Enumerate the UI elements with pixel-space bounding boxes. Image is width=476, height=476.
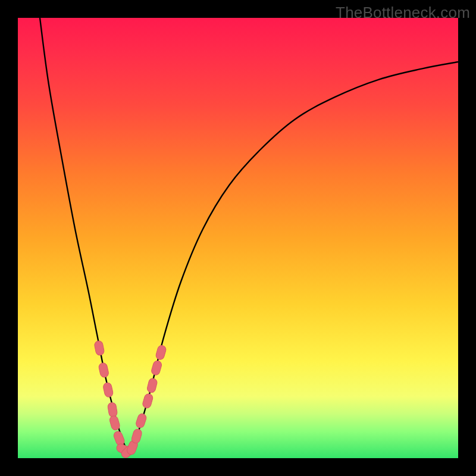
marker-pill bbox=[151, 360, 162, 376]
marker-pill bbox=[107, 402, 118, 418]
marker-pill bbox=[102, 382, 114, 397]
plot-area bbox=[18, 18, 458, 458]
marker-pill bbox=[94, 340, 105, 356]
marker-pill bbox=[98, 362, 109, 378]
marker-pill bbox=[142, 393, 154, 409]
chart-frame: TheBottleneck.com bbox=[0, 0, 476, 476]
marker-pill bbox=[131, 428, 143, 444]
marker-pill bbox=[109, 415, 121, 431]
bottleneck-curve bbox=[40, 18, 458, 449]
marker-pill bbox=[146, 378, 158, 394]
marker-pill bbox=[155, 345, 167, 361]
curve-svg bbox=[18, 18, 458, 458]
marker-pill bbox=[135, 413, 148, 429]
highlighted-points bbox=[94, 340, 167, 458]
